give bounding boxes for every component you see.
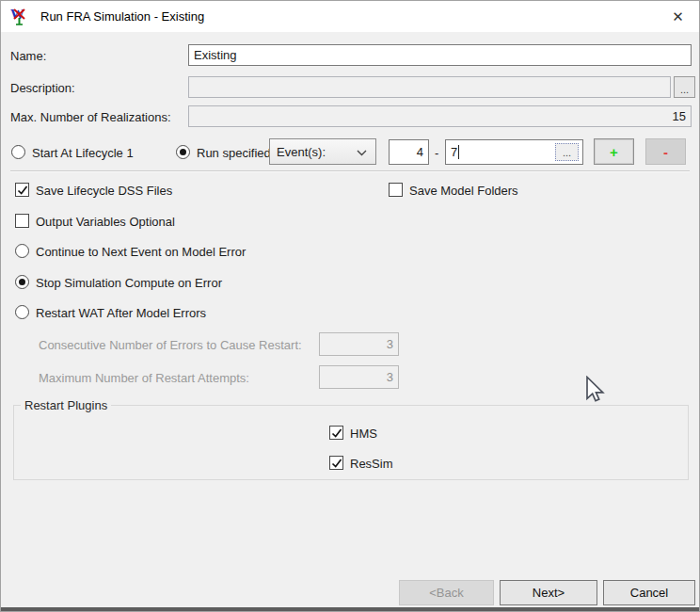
output-variables-optional-checkbox[interactable] bbox=[15, 214, 29, 228]
separator-line bbox=[10, 170, 690, 172]
window-bottom-edge bbox=[1, 607, 699, 611]
ressim-checkbox[interactable] bbox=[329, 456, 343, 470]
back-button: <Back bbox=[399, 580, 494, 605]
add-range-button[interactable]: + bbox=[594, 138, 634, 165]
range-from-input[interactable]: 4 bbox=[389, 139, 429, 165]
mouse-cursor-icon bbox=[584, 376, 607, 404]
max-realizations-label: Max. Number of Realizations: bbox=[10, 110, 171, 124]
hms-checkbox[interactable] bbox=[329, 426, 343, 440]
window-title: Run FRA Simulation - Existing bbox=[40, 9, 204, 24]
range-type-dropdown[interactable]: Event(s): bbox=[269, 138, 376, 165]
restart-plugins-title: Restart Plugins bbox=[21, 398, 111, 412]
name-input[interactable]: Existing bbox=[188, 44, 692, 66]
title-bar: W Run FRA Simulation - Existing ✕ bbox=[1, 1, 699, 32]
restart-plugins-group: Restart Plugins HMS ResSim bbox=[13, 405, 689, 480]
range-separator: - bbox=[435, 146, 438, 160]
wat-logo-icon: W bbox=[10, 7, 29, 25]
continue-next-event-radio[interactable] bbox=[15, 244, 29, 258]
save-lifecycle-dss-label: Save Lifecycle DSS Files bbox=[36, 184, 172, 198]
range-to-value: 7 bbox=[451, 145, 457, 159]
next-button[interactable]: Next> bbox=[500, 580, 597, 605]
description-label: Description: bbox=[10, 81, 75, 95]
remove-range-button[interactable]: - bbox=[645, 138, 686, 165]
save-model-folders-checkbox[interactable] bbox=[389, 183, 403, 197]
run-specified-radio[interactable] bbox=[176, 145, 190, 159]
cancel-button[interactable]: Cancel bbox=[603, 580, 695, 605]
description-browse-button[interactable]: ... bbox=[674, 76, 695, 98]
max-restart-attempts-input: 3 bbox=[319, 365, 399, 389]
run-specified-label: Run specified bbox=[197, 146, 271, 160]
hms-label: HMS bbox=[350, 427, 377, 441]
consecutive-errors-label: Consecutive Number of Errors to Cause Re… bbox=[39, 338, 302, 352]
range-type-selected-value: Event(s): bbox=[277, 145, 326, 159]
start-at-lifecycle-label: Start At Lifecycle 1 bbox=[32, 146, 134, 160]
continue-next-event-label: Continue to Next Event on Model Error bbox=[36, 245, 246, 259]
consecutive-errors-input: 3 bbox=[319, 332, 399, 356]
stop-simulation-label: Stop Simulation Compute on Error bbox=[36, 276, 222, 290]
description-input[interactable] bbox=[188, 76, 671, 98]
max-realizations-input[interactable]: 15 bbox=[188, 105, 692, 127]
restart-wat-radio[interactable] bbox=[15, 305, 29, 319]
restart-wat-label: Restart WAT After Model Errors bbox=[36, 306, 206, 320]
svg-text:W: W bbox=[10, 7, 24, 22]
ressim-label: ResSim bbox=[350, 457, 393, 471]
run-fra-simulation-dialog: W Run FRA Simulation - Existing ✕ Name: … bbox=[0, 0, 700, 612]
save-lifecycle-dss-checkbox[interactable] bbox=[15, 183, 29, 197]
start-at-lifecycle-radio[interactable] bbox=[11, 145, 25, 159]
save-model-folders-label: Save Model Folders bbox=[409, 184, 518, 198]
stop-simulation-radio[interactable] bbox=[15, 275, 29, 289]
name-label: Name: bbox=[10, 49, 46, 63]
text-caret bbox=[458, 145, 459, 159]
output-variables-optional-label: Output Variables Optional bbox=[36, 215, 175, 229]
chevron-down-icon bbox=[357, 150, 367, 156]
range-to-input[interactable]: 7 ... bbox=[445, 139, 583, 165]
max-restart-attempts-label: Maximum Number of Restart Attempts: bbox=[39, 371, 249, 385]
close-icon[interactable]: ✕ bbox=[657, 1, 699, 32]
range-browse-button[interactable]: ... bbox=[555, 143, 579, 161]
